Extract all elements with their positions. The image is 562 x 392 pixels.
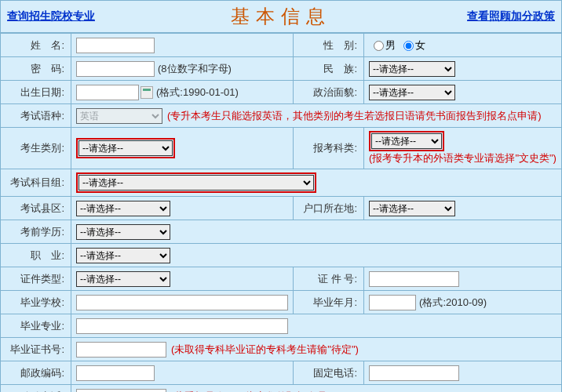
input-id-no[interactable] xyxy=(369,271,459,287)
input-birthday[interactable] xyxy=(76,85,139,100)
cell-mobile: (此手机号码用于绑定您的预报名号) xyxy=(71,385,562,393)
radio-gender-male[interactable] xyxy=(374,41,384,51)
highlight-cand-type: --请选择-- xyxy=(76,138,175,158)
label-subject-grp: 考试科目组: xyxy=(1,169,71,197)
label-postal: 邮政编码: xyxy=(1,361,71,385)
label-gender-female: 女 xyxy=(415,39,425,51)
input-name[interactable] xyxy=(76,38,155,53)
hint-grad-ym: (格式:2010-09) xyxy=(419,296,487,308)
input-landline[interactable] xyxy=(369,365,459,381)
select-exam-cat[interactable]: --请选择-- xyxy=(371,133,442,149)
select-exam-lang: 英语 xyxy=(76,108,162,124)
select-subject-grp[interactable]: --请选择-- xyxy=(78,175,314,191)
cell-pre-edu: --请选择-- xyxy=(71,220,562,244)
cell-cert-no: (未取得专科毕业证的专科考生请输"待定") xyxy=(71,338,562,361)
highlight-subject-grp: --请选择-- xyxy=(76,172,316,193)
cell-birthday: (格式:1990-01-01) xyxy=(71,81,294,104)
cell-id-no xyxy=(364,267,562,291)
label-mobile: 移动电话: xyxy=(1,385,71,393)
select-job[interactable]: --请选择-- xyxy=(76,248,170,263)
cell-gender: 男 女 xyxy=(364,34,562,57)
radio-gender-female[interactable] xyxy=(403,41,414,51)
cell-political: --请选择-- xyxy=(364,81,562,104)
select-political[interactable]: --请选择-- xyxy=(369,85,455,100)
cell-exam-lang: 英语(专升本考生只能选报英语，其他类别的考生若选报日语请凭书面报告到报名点申请) xyxy=(71,104,562,128)
hint-lang: (专升本考生只能选报英语，其他类别的考生若选报日语请凭书面报告到报名点申请) xyxy=(167,110,542,122)
input-grad-school[interactable] xyxy=(76,295,288,310)
cell-grad-major xyxy=(71,314,562,338)
input-grad-ym[interactable] xyxy=(369,295,416,310)
select-ethnic[interactable]: --请选择-- xyxy=(369,61,455,77)
hint-birthday: (格式:1990-01-01) xyxy=(156,86,239,98)
select-pre-edu[interactable]: --请选择-- xyxy=(76,224,170,240)
label-landline: 固定电话: xyxy=(294,361,364,385)
cell-grad-school xyxy=(71,291,294,314)
input-postal[interactable] xyxy=(76,365,155,381)
label-political: 政治面貌: xyxy=(294,81,364,104)
select-exam-area[interactable]: --请选择-- xyxy=(76,201,170,216)
input-mobile[interactable] xyxy=(76,389,166,393)
cell-landline xyxy=(364,361,562,385)
label-exam-area: 考试县区: xyxy=(1,197,71,220)
cell-postal xyxy=(71,361,294,385)
label-cert-no: 毕业证书号: xyxy=(1,338,71,361)
label-exam-cat: 报考科类: xyxy=(294,128,364,169)
cell-name xyxy=(71,34,294,57)
label-pre-edu: 考前学历: xyxy=(1,220,71,244)
label-id-no: 证 件 号: xyxy=(294,267,364,291)
label-id-type: 证件类型: xyxy=(1,267,71,291)
label-job: 职 业: xyxy=(1,244,71,267)
hint-password: (8位数字和字母) xyxy=(158,63,232,74)
cell-ethnic: --请选择-- xyxy=(364,57,562,81)
cell-grad-ym: (格式:2010-09) xyxy=(364,291,562,314)
calendar-icon[interactable] xyxy=(140,86,153,99)
cell-cand-type: --请选择-- xyxy=(71,128,294,169)
cell-exam-cat: --请选择--(报考专升本的外语类专业请选择"文史类") xyxy=(364,128,562,169)
cell-subject-grp: --请选择-- xyxy=(71,169,562,197)
label-gender-male: 男 xyxy=(385,39,396,51)
input-grad-major[interactable] xyxy=(76,318,288,334)
select-hukou[interactable]: --请选择-- xyxy=(369,201,455,216)
cell-exam-area: --请选择-- xyxy=(71,197,294,220)
page-title: 基本信息 xyxy=(231,4,331,29)
label-birthday: 出生日期: xyxy=(1,81,71,104)
input-cert-no[interactable] xyxy=(76,342,166,358)
cell-id-type: --请选择-- xyxy=(71,267,294,291)
label-grad-school: 毕业学校: xyxy=(1,291,71,314)
select-cand-type[interactable]: --请选择-- xyxy=(78,140,173,156)
label-gender: 性 别: xyxy=(294,34,364,57)
label-grad-ym: 毕业年月: xyxy=(294,291,364,314)
select-id-type[interactable]: --请选择-- xyxy=(76,271,170,287)
cell-job: --请选择-- xyxy=(71,244,562,267)
link-bonus-policy[interactable]: 查看照顾加分政策 xyxy=(467,9,555,24)
label-cand-type: 考生类别: xyxy=(1,128,71,169)
label-password: 密 码: xyxy=(1,57,71,81)
link-query-schools[interactable]: 查询招生院校专业 xyxy=(7,9,95,24)
cell-hukou: --请选择-- xyxy=(364,197,562,220)
label-hukou: 户口所在地: xyxy=(294,197,364,220)
label-grad-major: 毕业专业: xyxy=(1,314,71,338)
label-name: 姓 名: xyxy=(1,34,71,57)
hint-cert-no: (未取得专科毕业证的专科考生请输"待定") xyxy=(171,343,359,355)
label-exam-lang: 考试语种: xyxy=(1,104,71,128)
hint-exam-cat: (报考专升本的外语类专业请选择"文史类") xyxy=(369,152,557,164)
input-password[interactable] xyxy=(76,61,155,77)
label-ethnic: 民 族: xyxy=(294,57,364,81)
highlight-exam-cat: --请选择-- xyxy=(369,131,444,151)
cell-password: (8位数字和字母) xyxy=(71,57,294,81)
